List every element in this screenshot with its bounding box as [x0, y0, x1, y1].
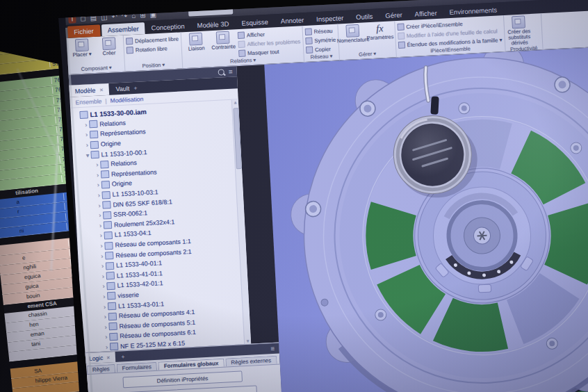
- 3d-viewport[interactable]: [264, 45, 588, 392]
- button-label: Réseau: [313, 27, 332, 34]
- button-label: Paramètres: [366, 34, 393, 41]
- mirror-icon: [305, 37, 313, 44]
- pattern-icon: [108, 322, 117, 331]
- scroll-up-icon[interactable]: ▲: [232, 100, 238, 104]
- button-r-seau[interactable]: Réseau: [304, 26, 335, 36]
- view-modelisation[interactable]: Modélisation: [110, 95, 143, 104]
- constrain-icon: [216, 31, 230, 44]
- folder-icon: [100, 161, 109, 169]
- ribbon-group-label[interactable]: Réseau ▾: [306, 53, 336, 62]
- part-icon: [106, 282, 115, 291]
- screen-icon[interactable]: ▣: [149, 11, 156, 18]
- button-label: Contrainte: [211, 44, 236, 51]
- browser-column: ≡ Modèle × Vault +: [69, 65, 286, 392]
- pattern-icon: [104, 241, 113, 250]
- button-nomenclature[interactable]: Nomenclature: [340, 24, 366, 44]
- inventor-logo[interactable]: I: [68, 15, 76, 24]
- titlebar-search-box[interactable]: [188, 8, 233, 16]
- copy-icon: [306, 46, 313, 54]
- close-icon[interactable]: ×: [99, 86, 104, 93]
- search-icon[interactable]: [218, 69, 224, 75]
- redo-icon[interactable]: ↷: [122, 13, 128, 19]
- tree-item-label: L1 1533-10-03:1: [112, 188, 158, 197]
- asm-icon: [79, 111, 88, 119]
- close-icon[interactable]: ×: [106, 354, 110, 361]
- button-sym-trie[interactable]: Symétrie: [305, 35, 336, 45]
- add-tab-icon[interactable]: +: [115, 351, 131, 362]
- button-label: Liaison: [188, 46, 205, 52]
- norm-icon: [102, 201, 111, 209]
- tree-item-label: visserie: [117, 291, 139, 300]
- part-icon: [108, 302, 117, 311]
- save-icon[interactable]: ◫: [101, 14, 108, 21]
- undo-icon[interactable]: ↶: [111, 13, 117, 20]
- 3d-model-motor-assembly[interactable]: [264, 45, 588, 392]
- ribbon-group-position: Déplacement libreRotation librePosition …: [124, 32, 183, 71]
- ribbon-group-productivit: Créer des substituts dérivésProductivité: [504, 13, 544, 51]
- button-rotation-libre[interactable]: Rotation libre: [126, 44, 179, 55]
- apps-grid-icon[interactable]: ⊞: [140, 12, 146, 19]
- model-tree: L1 1533-30-00.iam›Relations›Représentati…: [70, 99, 251, 352]
- tree-item-label: Relations: [111, 159, 137, 168]
- bom-icon: [345, 24, 359, 38]
- button-cr-er-des-substituts-d-riv-s[interactable]: Créer des substituts dérivés: [506, 15, 532, 46]
- rep-icon: [101, 170, 110, 179]
- button-label: Copier: [315, 46, 331, 53]
- tree-item-label: L1 1533-43-01:1: [118, 300, 164, 309]
- create-component-icon: [101, 37, 115, 50]
- menu-icon[interactable]: ≡: [229, 68, 233, 75]
- tree-item-label: L1 1533-10-00:1: [101, 149, 147, 158]
- main-monitor-screen: I◻▤◫↶↷⌂⊞▣ FichierAssemblerConceptionModè…: [0, 0, 588, 392]
- definition-iproperties-button[interactable]: Définition iPropriétés: [122, 370, 243, 388]
- spreadsheet-icon: [398, 33, 405, 40]
- part2-icon: [104, 221, 113, 229]
- view-ensemble[interactable]: Ensemble: [75, 97, 101, 106]
- ribbon-group-buttons: Créer des substituts dérivés: [506, 15, 540, 46]
- button-label: Rotation libre: [136, 45, 168, 53]
- expander-icon[interactable]: ›: [96, 202, 103, 209]
- button-liaison[interactable]: Liaison: [183, 32, 209, 52]
- small-button-stack: Déplacement libreRotation libre: [126, 34, 179, 55]
- origin-icon: [101, 181, 111, 189]
- ribbon-group-g-rer: NomenclaturefxParamètresGérer ▾: [338, 21, 397, 60]
- tree-item-label: Origine: [112, 180, 132, 188]
- tree-item-label: Représentations: [100, 129, 146, 138]
- pattern-icon: [109, 333, 118, 341]
- new-document-icon[interactable]: ◻: [80, 15, 86, 22]
- button-label: Symétrie: [314, 36, 336, 44]
- hide-all-icon: [238, 50, 246, 58]
- tree-item-label: SSR-0062:1: [113, 209, 147, 218]
- button-param-tres[interactable]: fxParamètres: [367, 22, 393, 41]
- tree-item-label: L1 1533-42-01:1: [117, 280, 163, 289]
- extension-name: [13, 386, 83, 392]
- flange-wheel: [282, 45, 588, 392]
- family-scope-icon: [398, 41, 405, 49]
- part2-icon: [104, 231, 113, 240]
- open-file-icon[interactable]: ▤: [90, 15, 97, 22]
- tree-item-label: L1 1533-04:1: [114, 229, 151, 238]
- tree-item-label: L1 1533-40-01:1: [116, 259, 162, 268]
- joint-icon: [189, 33, 203, 46]
- expander-icon[interactable]: ›: [83, 131, 90, 138]
- button-cr-er[interactable]: Créer: [96, 37, 122, 57]
- asm-icon: [90, 151, 99, 159]
- tree-item-label: L1 1533-41-01:1: [117, 270, 163, 279]
- button-label: Afficher: [247, 31, 266, 38]
- free-rotate-icon: [126, 47, 134, 54]
- button-contrainte[interactable]: Contrainte: [210, 31, 236, 51]
- ribbon-group-buttons: NomenclaturefxParamètres: [340, 22, 393, 52]
- view-divider: |: [105, 97, 107, 104]
- scroll-down-icon[interactable]: ▼: [245, 339, 251, 343]
- inventor-application-window: I◻▤◫↶↷⌂⊞▣ FichierAssemblerConceptionModè…: [65, 0, 588, 392]
- extension-name: [0, 44, 47, 52]
- model-browser-panel: ≡ Modèle × Vault +: [69, 66, 252, 352]
- button-placer[interactable]: Placer ▾: [69, 38, 95, 58]
- home-icon[interactable]: ⌂: [131, 13, 136, 19]
- part-icon: [106, 262, 115, 270]
- menu-icon[interactable]: ≡: [270, 343, 279, 354]
- add-tab-icon[interactable]: +: [133, 84, 138, 91]
- pattern-icon: [108, 312, 117, 320]
- ipart-icon: [397, 24, 405, 31]
- button-label: Créer: [102, 50, 115, 56]
- scrollbar-thumb[interactable]: [233, 108, 242, 169]
